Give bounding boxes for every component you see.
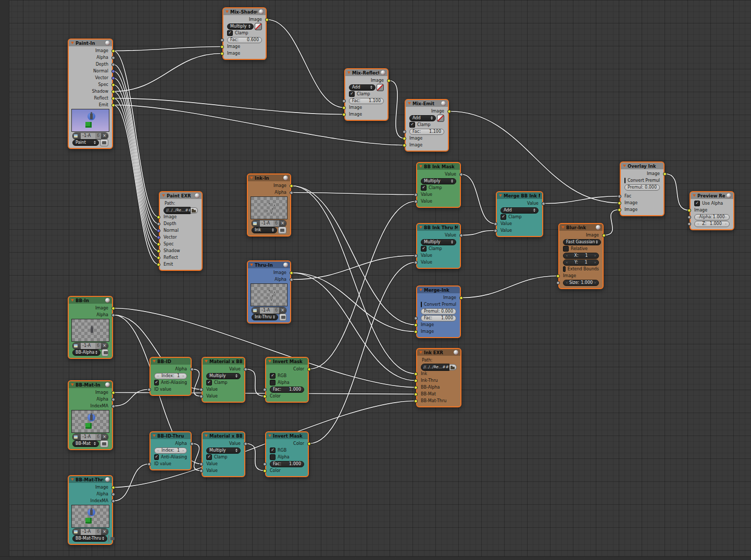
value-field[interactable]: Fac:1.000 <box>270 387 304 393</box>
node-header[interactable]: BB-ID-Thru <box>151 432 191 439</box>
decrement-arrow-icon[interactable]: ‹ <box>697 222 699 226</box>
image-id-value[interactable]: -1-A <box>81 343 95 349</box>
value-field[interactable]: Fac:1.100 <box>409 129 444 135</box>
bbmatin-out-image-socket[interactable] <box>111 391 115 394</box>
value-field[interactable]: ‹Z:1.000› <box>694 221 730 227</box>
checkbox-unchecked[interactable] <box>624 178 625 183</box>
value-field[interactable]: ‹Index:1› <box>154 373 187 379</box>
node-header[interactable]: BB-Mat-Thru-In <box>69 476 112 483</box>
blend-mode-dropdown[interactable]: Add <box>409 115 436 121</box>
collapse-icon[interactable] <box>623 165 626 167</box>
layer-select-dropdown[interactable]: BB-Mat-Thru <box>72 536 107 542</box>
node-header[interactable]: Thru-In <box>248 262 290 268</box>
paint-out-vector-socket[interactable] <box>111 76 115 80</box>
inkin-out-image-socket[interactable] <box>290 184 293 188</box>
overlay-in-image2-socket[interactable] <box>618 208 621 211</box>
matxbbthru-in-value2-socket[interactable] <box>199 469 203 472</box>
value-field[interactable]: ‹Y:1› <box>563 259 599 266</box>
pexr-in-reflect-socket[interactable] <box>157 256 160 259</box>
unlink-image-button[interactable]: × <box>101 133 108 139</box>
paint-out-depth-socket[interactable] <box>111 63 115 66</box>
matxbb-in-value2-socket[interactable] <box>199 394 203 398</box>
node-header[interactable]: BB-ID <box>151 358 191 365</box>
node-header[interactable]: Mix-Reflect <box>345 69 387 76</box>
bbidthru-out-alpha-socket[interactable] <box>190 442 194 445</box>
open-folder-icon[interactable] <box>191 207 198 214</box>
pexr-in-shadow-socket[interactable] <box>157 249 160 253</box>
node-header[interactable]: BB Ink Mask <box>417 163 460 170</box>
node-mixemit[interactable]: Mix-EmitImageAdd✓ClampFac:1.100ImageImag… <box>405 99 449 152</box>
collapse-icon[interactable] <box>408 102 411 105</box>
invmask-in-color-socket[interactable] <box>263 394 267 398</box>
image-id-value[interactable]: -1-A <box>81 133 95 139</box>
collapse-icon[interactable] <box>561 226 565 229</box>
collapse-icon[interactable] <box>153 360 156 363</box>
blend-mode-dropdown[interactable]: Multiply <box>421 239 456 245</box>
mixemit-in-image1-socket[interactable] <box>403 136 406 140</box>
file-path-field[interactable]: //../../Re...##.ex <box>164 207 191 214</box>
image-browse-button[interactable] <box>73 529 81 535</box>
node-header[interactable]: Merge BB Ink Masks <box>497 192 542 199</box>
use-alpha-toggle-icon[interactable] <box>437 115 444 122</box>
pexr-in-depth-socket[interactable] <box>157 222 160 226</box>
mergebb-in-value2-socket[interactable] <box>494 229 497 232</box>
inkexr-in-inkthru-socket[interactable] <box>414 379 418 382</box>
increment-arrow-icon[interactable]: › <box>182 449 184 453</box>
collapse-icon[interactable] <box>71 42 74 44</box>
layer-select-dropdown[interactable]: Ink <box>252 227 277 233</box>
decrement-arrow-icon[interactable]: ‹ <box>157 449 159 453</box>
layer-select-dropdown[interactable]: BB-Alpha <box>72 350 101 356</box>
bbinkmask-out-value-socket[interactable] <box>459 172 463 176</box>
node-header[interactable]: Paint EXR <box>160 192 202 199</box>
matxbb-out-value-socket[interactable] <box>244 367 247 371</box>
unlink-image-button[interactable]: × <box>279 307 286 314</box>
node-blurink[interactable]: Blur-InkImageFast GaussianRelative‹X:1›‹… <box>558 223 604 289</box>
blend-mode-dropdown[interactable]: Add <box>500 207 539 214</box>
thruin-out-image-socket[interactable] <box>290 271 293 275</box>
node-matxbbthru[interactable]: Material x BB-ThruValueMultiply✓ClampVal… <box>202 431 245 477</box>
mergebb-in-value1-socket[interactable] <box>494 222 497 226</box>
decrement-arrow-icon[interactable]: ‹ <box>697 215 699 219</box>
image-id-value[interactable]: -1-A <box>260 307 273 314</box>
increment-arrow-icon[interactable]: › <box>182 374 184 378</box>
bbid-out-alpha-socket[interactable] <box>190 367 194 371</box>
image-browse-button[interactable] <box>252 220 260 227</box>
bbinkmask-in-value1-socket[interactable] <box>414 193 418 196</box>
node-header[interactable]: Material x BB-Thru <box>203 432 244 439</box>
unlink-image-button[interactable]: × <box>101 343 108 349</box>
checkbox-checked[interactable]: ✓ <box>227 30 233 36</box>
image-browse-button[interactable] <box>252 307 260 314</box>
matxbbthru-out-value-socket[interactable] <box>244 442 247 445</box>
render-layers-icon[interactable] <box>278 227 286 234</box>
open-folder-icon[interactable] <box>449 364 457 370</box>
checkbox-checked[interactable]: ✓ <box>421 185 427 191</box>
blend-mode-dropdown[interactable]: Multiply <box>421 178 456 184</box>
node-header[interactable]: BB-In <box>69 297 112 304</box>
node-invthru[interactable]: Invert MaskColor✓RGBAlphaFac:1.000Color <box>265 431 309 477</box>
unlink-image-button[interactable]: × <box>279 220 286 227</box>
invmask-out-color-socket[interactable] <box>307 367 311 371</box>
collapse-icon[interactable] <box>419 351 422 354</box>
increment-arrow-icon[interactable]: › <box>594 281 596 285</box>
checkbox-checked[interactable]: ✓ <box>694 201 700 206</box>
bbid-in-idvalue-socket[interactable] <box>147 388 151 391</box>
checkbox-checked[interactable]: ✓ <box>270 447 276 453</box>
node-overlay[interactable]: Overlay InkImageConvert PremulPremul:0.0… <box>620 161 665 216</box>
checkbox-checked[interactable]: ✓ <box>206 454 212 460</box>
bbmatthruin-out-alpha-socket[interactable] <box>111 492 115 496</box>
mixemit-out-image-socket[interactable] <box>447 109 451 113</box>
node-header[interactable]: BB-Mat-In <box>69 381 112 388</box>
node-inkin[interactable]: Ink-InImageAlpha-1-A6×Ink <box>247 173 291 237</box>
collapse-icon[interactable] <box>71 383 74 386</box>
checkbox-checked[interactable]: ✓ <box>409 122 415 128</box>
bbin-out-alpha-socket[interactable] <box>111 313 115 317</box>
collapse-icon[interactable] <box>205 434 208 437</box>
bbmatthruin-out-image-socket[interactable] <box>111 486 115 489</box>
value-field[interactable]: Premul:0.000 <box>421 308 456 315</box>
render-layers-icon[interactable] <box>279 314 286 321</box>
checkbox-unchecked[interactable] <box>563 266 566 272</box>
collapse-icon[interactable] <box>268 360 271 363</box>
node-mixreflect[interactable]: Mix-ReflectImageAdd✓ClampFac:1.100ImageI… <box>344 68 389 121</box>
mixreflect-in-fac-socket[interactable] <box>342 99 346 103</box>
collapse-icon[interactable] <box>162 194 165 197</box>
